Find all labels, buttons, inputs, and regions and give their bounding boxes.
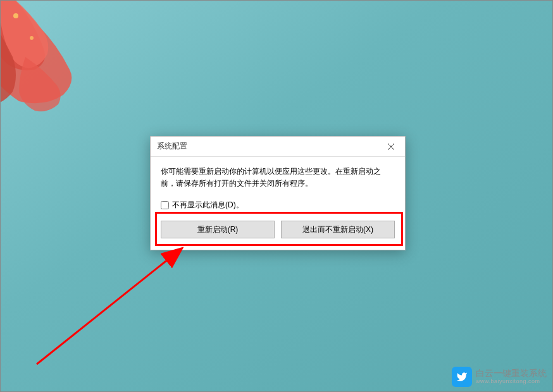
bird-icon <box>456 371 468 383</box>
decorative-flower <box>0 0 127 126</box>
system-config-dialog: 系统配置 你可能需要重新启动你的计算机以便应用这些更改。在重新启动之前，请保存所… <box>150 136 406 250</box>
desktop-background: 系统配置 你可能需要重新启动你的计算机以便应用这些更改。在重新启动之前，请保存所… <box>0 0 553 392</box>
dialog-body: 你可能需要重新启动你的计算机以便应用这些更改。在重新启动之前，请保存所有打开的文… <box>151 157 405 250</box>
dont-show-again-row[interactable]: 不再显示此消息(D)。 <box>161 200 395 211</box>
svg-point-1 <box>30 36 34 40</box>
watermark: 白云一键重装系统 www.baiyunxitong.com <box>452 367 547 387</box>
exit-no-restart-button[interactable]: 退出而不重新启动(X) <box>281 221 395 238</box>
close-button[interactable] <box>376 137 405 157</box>
checkbox-label: 不再显示此消息(D)。 <box>172 200 244 211</box>
dialog-titlebar[interactable]: 系统配置 <box>151 137 405 157</box>
svg-point-0 <box>13 13 18 18</box>
watermark-text: 白云一键重装系统 www.baiyunxitong.com <box>476 369 547 384</box>
svg-line-5 <box>37 249 181 364</box>
dialog-title: 系统配置 <box>157 141 187 152</box>
restart-button[interactable]: 重新启动(R) <box>161 221 275 238</box>
watermark-main-text: 白云一键重装系统 <box>476 369 547 378</box>
dont-show-again-checkbox[interactable] <box>161 201 169 209</box>
button-row: 重新启动(R) 退出而不重新启动(X) <box>161 218 395 240</box>
close-icon <box>388 144 394 150</box>
dialog-message: 你可能需要重新启动你的计算机以便应用这些更改。在重新启动之前，请保存所有打开的文… <box>161 166 395 190</box>
watermark-sub-text: www.baiyunxitong.com <box>476 379 547 385</box>
watermark-icon <box>452 367 472 387</box>
